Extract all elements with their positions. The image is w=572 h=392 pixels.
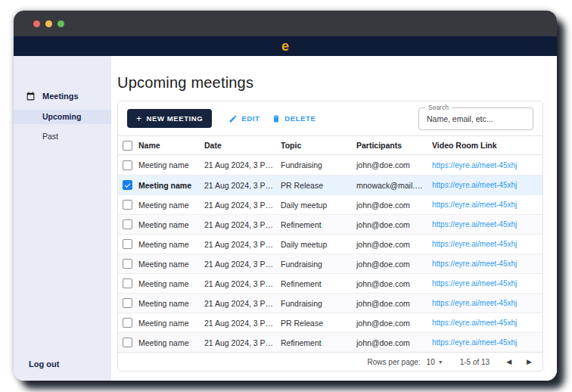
cell-link[interactable]: https://eyre.ai/meet-45xhj xyxy=(432,161,542,170)
cell-link[interactable]: https://eyre.ai/meet-45xhj xyxy=(432,338,542,347)
cell-date: 21 Aug 2024, 3 PM CET xyxy=(204,279,281,288)
cell-participants: john@doe.com xyxy=(356,299,432,308)
toolbar: + NEW MEETING EDIT DELETE xyxy=(118,101,542,135)
column-header-date[interactable]: Date xyxy=(204,141,281,150)
cell-link[interactable]: https://eyre.ai/meet-45xhj xyxy=(432,181,542,189)
date-main: 21 Aug 2024, 3 PM xyxy=(204,338,273,347)
row-checkbox[interactable] xyxy=(123,318,132,328)
date-tz: CET xyxy=(272,201,281,210)
row-checkbox[interactable] xyxy=(123,239,132,249)
cell-name: Meeting name xyxy=(138,338,204,347)
date-tz: CET xyxy=(272,299,281,308)
row-checkbox[interactable] xyxy=(123,259,132,269)
sidebar-item-past[interactable]: Past xyxy=(14,129,111,144)
column-header-link[interactable]: Video Room Link xyxy=(432,141,542,150)
table-row[interactable]: Meeting name 21 Aug 2024, 3 PM CET Daily… xyxy=(118,194,542,214)
rows-per-page-select[interactable]: 10 ▼ xyxy=(427,358,443,366)
cell-name: Meeting name xyxy=(138,160,204,170)
row-checkbox[interactable] xyxy=(123,160,132,170)
cell-topic: Refinement xyxy=(281,338,356,347)
sidebar-section-meetings[interactable]: Meetings xyxy=(14,88,111,104)
cell-topic: Daily meetup xyxy=(281,240,356,249)
cell-date: 21 Aug 2024, 3 PM CET xyxy=(204,260,281,269)
date-tz: CET xyxy=(272,279,281,288)
row-checkbox[interactable] xyxy=(123,338,132,347)
previous-page-icon[interactable]: ◀ xyxy=(506,359,511,366)
table-row[interactable]: Meeting name 21 Aug 2024, 3 PM CET PR Re… xyxy=(118,175,542,194)
pagination-range: 1-5 of 13 xyxy=(460,358,490,366)
cell-link[interactable]: https://eyre.ai/meet-45xhj xyxy=(432,201,542,209)
row-checkbox[interactable] xyxy=(123,298,132,308)
close-window-icon[interactable] xyxy=(33,20,40,27)
meetings-panel: + NEW MEETING EDIT DELETE xyxy=(117,101,543,372)
minimize-window-icon[interactable] xyxy=(45,20,52,27)
column-header-participants[interactable]: Participants xyxy=(356,141,432,150)
table-row[interactable]: Meeting name 21 Aug 2024, 3 PM CET Refin… xyxy=(118,332,542,352)
next-page-icon[interactable]: ▶ xyxy=(527,359,532,366)
rows-per-page-label: Rows per page: xyxy=(368,358,421,366)
table-row[interactable]: Meeting name 21 Aug 2024, 3 PM CET Fundr… xyxy=(118,155,542,175)
cell-date: 21 Aug 2024, 3 PM CET xyxy=(204,181,281,190)
search-field-label: Search xyxy=(425,104,452,111)
cell-name: Meeting name xyxy=(138,201,204,210)
cell-name: Meeting name xyxy=(138,181,204,190)
new-meeting-button[interactable]: + NEW MEETING xyxy=(127,109,212,128)
cell-link[interactable]: https://eyre.ai/meet-45xhj xyxy=(432,240,542,248)
brand-logo: e xyxy=(281,39,289,53)
calendar-icon xyxy=(26,92,36,101)
maximize-window-icon[interactable] xyxy=(58,20,64,27)
cell-participants: john@doe.com xyxy=(356,201,432,210)
date-tz: CET xyxy=(272,160,281,170)
date-main: 21 Aug 2024, 3 PM xyxy=(204,220,273,229)
select-all-checkbox[interactable] xyxy=(123,141,132,151)
search-field: Search xyxy=(418,107,533,130)
table-header: Name Date Topic Participants Video Room … xyxy=(118,135,542,155)
main-content: Upcoming meetings + NEW MEETING EDIT xyxy=(111,56,557,381)
cell-link[interactable]: https://eyre.ai/meet-45xhj xyxy=(432,319,542,327)
cell-participants: john@doe.com xyxy=(356,319,432,328)
table-row[interactable]: Meeting name 21 Aug 2024, 3 PM CET Daily… xyxy=(118,234,542,254)
sidebar-item-upcoming[interactable]: Upcoming xyxy=(14,110,111,124)
page-title: Upcoming meetings xyxy=(117,74,543,92)
brand-bar: e xyxy=(14,36,557,56)
date-main: 21 Aug 2024, 3 PM xyxy=(204,260,273,269)
table-row[interactable]: Meeting name 21 Aug 2024, 3 PM CET Refin… xyxy=(118,214,542,234)
cell-participants: john@doe.com xyxy=(356,240,432,249)
date-main: 21 Aug 2024, 3 PM xyxy=(204,319,273,328)
date-main: 21 Aug 2024, 3 PM xyxy=(204,279,273,288)
cell-date: 21 Aug 2024, 3 PM CET xyxy=(204,240,281,249)
delete-button[interactable]: DELETE xyxy=(272,114,316,123)
date-tz: CET xyxy=(272,319,281,328)
cell-link[interactable]: https://eyre.ai/meet-45xhj xyxy=(432,260,542,268)
cell-date: 21 Aug 2024, 3 PM CET xyxy=(204,201,281,210)
row-checkbox[interactable] xyxy=(123,278,132,288)
column-header-topic[interactable]: Topic xyxy=(281,141,356,150)
cell-name: Meeting name xyxy=(138,299,204,308)
cell-participants: john@doe.com xyxy=(356,160,432,170)
cell-name: Meeting name xyxy=(138,279,204,288)
logout-button[interactable]: Log out xyxy=(29,359,59,369)
search-input[interactable] xyxy=(419,108,533,129)
cell-topic: Refinement xyxy=(281,279,356,288)
column-header-name[interactable]: Name xyxy=(138,141,204,150)
cell-topic: PR Release xyxy=(281,181,356,190)
cell-link[interactable]: https://eyre.ai/meet-45xhj xyxy=(432,279,542,288)
window-titlebar xyxy=(14,11,557,36)
row-checkbox[interactable] xyxy=(123,180,132,190)
cell-name: Meeting name xyxy=(138,240,204,249)
cell-participants: john@doe.com xyxy=(356,260,432,269)
cell-date: 21 Aug 2024, 3 PM CET xyxy=(204,160,281,170)
cell-link[interactable]: https://eyre.ai/meet-45xhj xyxy=(432,299,542,307)
edit-button[interactable]: EDIT xyxy=(228,114,260,123)
table-row[interactable]: Meeting name 21 Aug 2024, 3 PM CET Fundr… xyxy=(118,293,542,313)
cell-participants: john@doe.com xyxy=(356,338,432,347)
cell-topic: Fundraising xyxy=(281,299,356,308)
row-checkbox[interactable] xyxy=(123,200,132,210)
table-row[interactable]: Meeting name 21 Aug 2024, 3 PM CET Refin… xyxy=(118,273,542,293)
pencil-icon xyxy=(228,114,238,123)
table-row[interactable]: Meeting name 21 Aug 2024, 3 PM CET PR Re… xyxy=(118,313,542,332)
row-checkbox[interactable] xyxy=(123,219,132,229)
cell-participants: mnowack@mail.com, elen@… xyxy=(356,181,432,190)
cell-link[interactable]: https://eyre.ai/meet-45xhj xyxy=(432,220,542,229)
table-row[interactable]: Meeting name 21 Aug 2024, 3 PM CET Fundr… xyxy=(118,254,542,273)
